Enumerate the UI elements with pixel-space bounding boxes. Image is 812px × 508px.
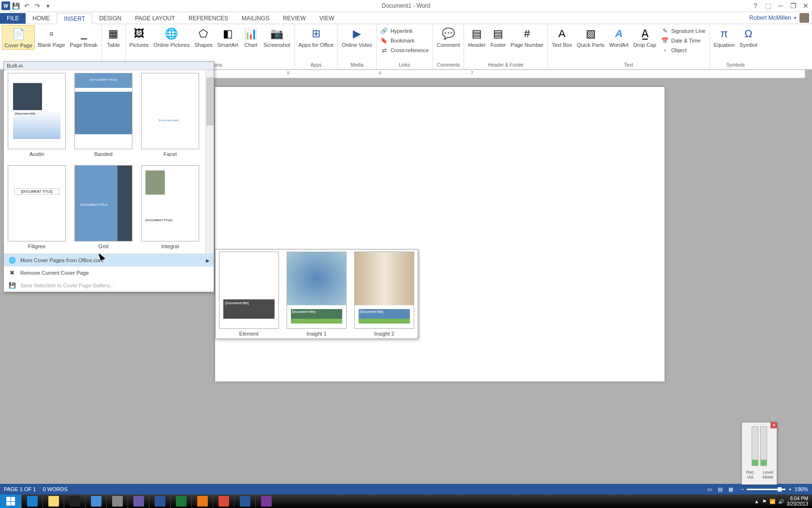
user-account[interactable]: Robert McMillen ▾ <box>749 13 809 23</box>
group-label: Text <box>550 62 707 68</box>
tab-design[interactable]: DESIGN <box>92 13 128 24</box>
cover-grid[interactable]: [DOCUMENT TITLE] Grid <box>73 165 133 251</box>
taskbar-app-3[interactable] <box>128 494 149 508</box>
drop-cap-button[interactable]: A̲Drop Cap <box>632 25 658 49</box>
footer-button[interactable]: ▤Footer <box>489 25 508 49</box>
network-icon[interactable]: 📶 <box>769 499 775 504</box>
undo-icon[interactable]: ↶ <box>22 1 31 11</box>
apps-button[interactable]: ⊞Apps for Office <box>297 25 336 49</box>
taskbar-explorer[interactable] <box>43 494 64 508</box>
cover-insight-2[interactable]: [Document title] Insight 2 <box>353 252 416 337</box>
object-icon: ▫ <box>661 46 669 54</box>
blank-page-button[interactable]: ▫Blank Page <box>36 25 67 49</box>
volume-meter-widget[interactable]: ✕ Rec.Level Vol.Meter <box>741 422 777 485</box>
online-pictures-button[interactable]: 🌐Online Pictures <box>152 25 192 49</box>
zoom-out-button[interactable]: − <box>741 486 744 492</box>
qat-customize-icon[interactable]: ▾ <box>43 1 53 11</box>
web-layout-button[interactable]: ▦ <box>725 485 736 494</box>
drop-cap-icon: A̲ <box>637 26 652 42</box>
word-logo-icon[interactable]: W <box>1 1 10 10</box>
clock-time[interactable]: 6:04 PM <box>787 496 809 501</box>
restore-button[interactable]: ❐ <box>787 0 799 11</box>
ribbon-display-icon[interactable]: ⬚ <box>762 0 774 11</box>
cover-integral[interactable]: [DOCUMENT TITLE] Integral <box>140 165 200 251</box>
page-indicator[interactable]: PAGE 1 OF 1 <box>4 486 36 492</box>
taskbar-excel[interactable] <box>170 494 191 508</box>
vm-close-button[interactable]: ✕ <box>770 422 777 428</box>
quick-parts-button[interactable]: ▧Quick Parts <box>575 25 607 49</box>
taskbar-app-4[interactable] <box>213 494 234 508</box>
tray-icon[interactable]: ▲ <box>754 499 759 504</box>
smartart-button[interactable]: ◧SmartArt <box>216 25 240 49</box>
remove-cover-page-menu[interactable]: ✖ Remove Current Cover Page <box>4 267 214 279</box>
flag-icon[interactable]: ⚑ <box>762 499 767 504</box>
start-button[interactable] <box>0 494 21 508</box>
wordart-button[interactable]: AWordArt <box>607 25 630 49</box>
more-icon: 🌐 <box>8 256 16 265</box>
tab-home[interactable]: HOME <box>26 13 57 24</box>
tab-insert[interactable]: INSERT <box>57 13 92 24</box>
taskbar-ie[interactable] <box>21 494 43 508</box>
cover-facet[interactable]: [Document title] Facet <box>140 73 200 158</box>
tab-mailings[interactable]: MAILINGS <box>235 13 276 24</box>
equation-button[interactable]: πEquation <box>712 25 737 49</box>
bookmark-icon: 🔖 <box>380 37 388 44</box>
tab-page-layout[interactable]: PAGE LAYOUT <box>128 13 182 24</box>
help-icon[interactable]: ? <box>749 0 762 11</box>
apps-icon: ⊞ <box>308 26 324 42</box>
volume-icon[interactable]: 🔊 <box>778 499 784 504</box>
zoom-level[interactable]: 190% <box>795 486 808 492</box>
bookmark-button[interactable]: 🔖Bookmark <box>379 36 430 45</box>
taskbar-firefox[interactable] <box>191 494 213 508</box>
tab-references[interactable]: REFERENCES <box>182 13 235 24</box>
redo-icon[interactable]: ↷ <box>32 1 42 11</box>
text-box-button[interactable]: AText Box <box>550 25 574 49</box>
more-cover-pages-menu[interactable]: 🌐 More Cover Pages from Office.com ▶ <box>4 254 214 267</box>
signature-line-button[interactable]: ✎Signature Line <box>660 26 707 36</box>
cross-reference-button[interactable]: ⇄Cross-reference <box>379 45 430 55</box>
taskbar-onenote[interactable] <box>255 494 276 508</box>
hyperlink-button[interactable]: 🔗Hyperlink <box>379 26 430 36</box>
group-label: Apps <box>297 62 336 68</box>
zoom-in-button[interactable]: + <box>788 486 791 492</box>
clock-date[interactable]: 3/20/2013 <box>787 501 809 507</box>
table-button[interactable]: ▦Table <box>104 25 123 49</box>
zoom-control[interactable]: − + 190% <box>741 486 808 492</box>
tab-view[interactable]: VIEW <box>313 13 341 24</box>
taskbar-app-1[interactable] <box>85 494 106 508</box>
cover-austin[interactable]: [Document title] Austin <box>7 73 67 158</box>
page-break-button[interactable]: ⎯Page Break <box>68 25 99 49</box>
save-gallery-icon: 💾 <box>8 281 16 290</box>
page-number-button[interactable]: #Page Number <box>509 25 546 49</box>
taskbar-outlook[interactable] <box>149 494 170 508</box>
dropdown-scrollbar[interactable] <box>205 70 214 254</box>
word-count[interactable]: 0 WORDS <box>43 486 67 492</box>
minimize-button[interactable]: ─ <box>774 0 787 11</box>
online-video-button[interactable]: ▶Online Video <box>340 25 374 49</box>
tab-file[interactable]: FILE <box>0 13 26 24</box>
screenshot-button[interactable]: 📷Screenshot <box>261 25 292 49</box>
close-button[interactable]: ✕ <box>799 0 812 11</box>
cover-banded[interactable]: [DOCUMENT TITLE] Banded <box>73 73 133 158</box>
cover-element[interactable]: [Document title] Element <box>218 252 280 337</box>
header-button[interactable]: ▤Header <box>466 25 487 49</box>
print-layout-button[interactable]: ▤ <box>715 485 725 494</box>
comment-button[interactable]: 💬Comment <box>435 25 462 49</box>
group-label: Symbols <box>712 62 759 68</box>
symbol-button[interactable]: ΩSymbol <box>738 25 759 49</box>
tab-review[interactable]: REVIEW <box>276 13 312 24</box>
system-tray[interactable]: ▲ ⚑ 📶 🔊 6:04 PM 3/20/2013 <box>754 496 812 507</box>
pictures-button[interactable]: 🖼Pictures <box>128 25 151 49</box>
date-time-button[interactable]: 📅Date & Time <box>660 36 707 45</box>
read-mode-button[interactable]: ▭ <box>704 485 715 494</box>
cover-page-button[interactable]: 📄Cover Page <box>2 25 35 50</box>
chart-button[interactable]: 📊Chart <box>241 25 261 49</box>
cover-filigree[interactable]: [DOCUMENT TITLE] Filigree <box>7 165 67 251</box>
taskbar-app-2[interactable] <box>106 494 128 508</box>
cover-insight-1[interactable]: [Document title] Insight 1 <box>285 252 348 337</box>
object-button[interactable]: ▫Object <box>660 45 707 55</box>
save-icon[interactable]: 💾 <box>11 1 21 11</box>
shapes-button[interactable]: ⬠Shapes <box>192 25 214 49</box>
taskbar-word[interactable] <box>234 494 255 508</box>
taskbar-terminal[interactable] <box>64 494 85 508</box>
